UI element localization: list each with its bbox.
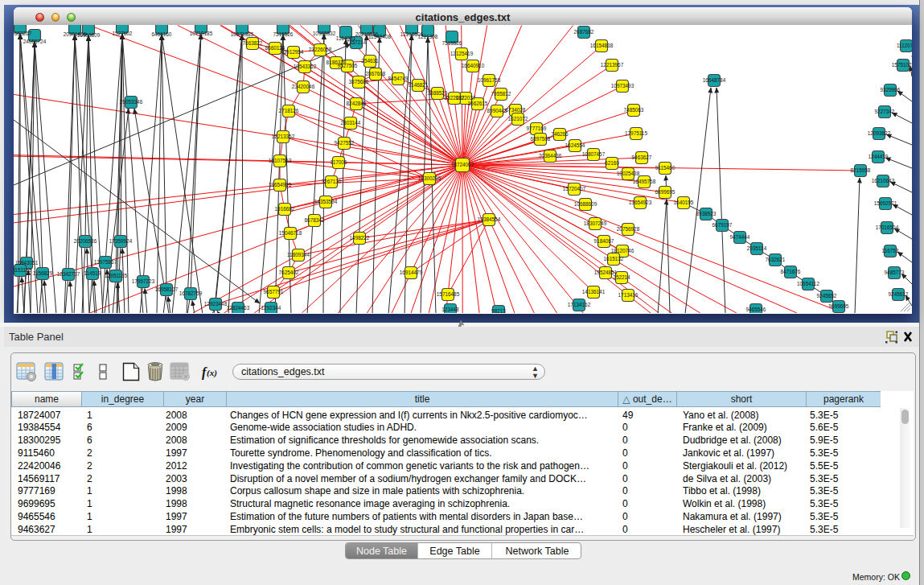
svg-text:1498222: 1498222: [350, 235, 370, 241]
svg-text:10961758: 10961758: [478, 77, 501, 83]
svg-text:12213352: 12213352: [272, 134, 295, 139]
svg-text:7625402: 7625402: [279, 270, 299, 275]
svg-text:15692971: 15692971: [874, 200, 897, 206]
svg-text:13975867: 13975867: [94, 259, 117, 265]
svg-text:8322037: 8322037: [445, 95, 465, 101]
svg-text:1562615: 1562615: [468, 101, 488, 106]
svg-text:16640910: 16640910: [462, 63, 485, 68]
svg-text:254631: 254631: [361, 58, 379, 64]
svg-text:9184067: 9184067: [594, 238, 614, 244]
svg-text:3875685: 3875685: [349, 79, 369, 84]
svg-text:12213967: 12213967: [601, 62, 624, 68]
svg-text:8938923: 8938923: [696, 211, 717, 216]
svg-text:9699695: 9699695: [829, 303, 849, 309]
svg-text:20206536: 20206536: [74, 238, 97, 244]
svg-text:7515526: 7515526: [442, 40, 462, 46]
svg-text:7663822: 7663822: [243, 40, 263, 46]
svg-text:9115460: 9115460: [655, 165, 676, 171]
svg-text:7485063: 7485063: [624, 107, 644, 113]
svg-text:15046718: 15046718: [279, 230, 302, 236]
svg-text:7632621: 7632621: [766, 257, 786, 262]
svg-text:8242848: 8242848: [347, 101, 367, 106]
svg-text:2803144: 2803144: [341, 120, 361, 126]
svg-text:1244419: 1244419: [869, 154, 889, 159]
svg-text:18307249: 18307249: [584, 220, 607, 226]
svg-text:18300295: 18300295: [418, 175, 441, 181]
svg-text:20756928: 20756928: [617, 226, 640, 232]
svg-text:17975115: 17975115: [625, 130, 647, 136]
svg-text:11809344: 11809344: [287, 252, 310, 257]
svg-text:1640195: 1640195: [674, 200, 694, 205]
svg-text:16958107: 16958107: [155, 286, 179, 292]
svg-text:117006: 117006: [331, 159, 347, 165]
svg-text:6899695: 6899695: [655, 189, 676, 195]
svg-text:1624554: 1624554: [565, 142, 585, 148]
svg-text:16107553: 16107553: [269, 158, 292, 163]
svg-text:18120746: 18120746: [611, 248, 634, 253]
svg-text:9777169: 9777169: [527, 126, 547, 131]
svg-text:1527602: 1527602: [113, 31, 133, 36]
svg-text:9657791: 9657791: [264, 289, 284, 295]
svg-text:9227342: 9227342: [875, 109, 895, 114]
svg-text:12824463: 12824463: [227, 305, 250, 311]
svg-text:123448: 123448: [441, 307, 459, 312]
svg-text:3267130: 3267130: [322, 179, 342, 184]
svg-text:116753: 116753: [882, 248, 899, 253]
svg-text:16782759: 16782759: [179, 290, 203, 296]
svg-text:1615132: 1615132: [604, 256, 624, 262]
svg-text:6897508: 6897508: [531, 136, 551, 142]
svg-text:9146821: 9146821: [409, 82, 429, 88]
svg-text:2687682: 2687682: [574, 29, 594, 35]
svg-text:2718126: 2718126: [279, 108, 299, 113]
svg-text:6466160: 6466160: [152, 31, 172, 37]
svg-text:16495758: 16495758: [633, 179, 656, 184]
svg-text:15751074: 15751074: [892, 62, 912, 68]
svg-text:16053809: 16053809: [77, 32, 101, 38]
svg-text:9245612: 9245612: [889, 291, 909, 297]
svg-text:2935114: 2935114: [747, 245, 767, 251]
svg-text:14136141: 14136141: [582, 289, 606, 295]
svg-text:12342737: 12342737: [57, 271, 80, 277]
svg-text:16648784: 16648784: [703, 77, 726, 83]
svg-text:12093822: 12093822: [868, 130, 891, 136]
svg-text:8678342: 8678342: [305, 217, 325, 223]
svg-text:23420046: 23420046: [292, 84, 315, 89]
svg-text:10543362: 10543362: [294, 64, 317, 69]
svg-text:15720407: 15720407: [563, 186, 586, 192]
svg-text:10807457: 10807457: [582, 151, 606, 157]
svg-text:10965532: 10965532: [313, 31, 336, 36]
svg-text:114519: 114519: [84, 270, 101, 276]
svg-text:18724007: 18724007: [451, 162, 474, 167]
svg-text:14353594: 14353594: [314, 199, 338, 204]
svg-text:16914479: 16914479: [400, 270, 423, 275]
svg-text:8990445: 8990445: [487, 108, 507, 113]
svg-text:19384554: 19384554: [478, 216, 501, 222]
svg-text:6679197: 6679197: [713, 222, 733, 228]
svg-text:12125419: 12125419: [450, 51, 474, 56]
svg-text:17134162: 17134162: [568, 302, 591, 307]
svg-text:17016504: 17016504: [876, 225, 899, 230]
svg-text:10973493: 10973493: [611, 83, 634, 89]
svg-text:10553267: 10553267: [14, 31, 32, 36]
svg-text:7515526: 7515526: [273, 31, 294, 37]
svg-text:10688609: 10688609: [574, 201, 598, 207]
svg-text:9465546: 9465546: [746, 307, 766, 312]
svg-text:(x): (x): [207, 368, 217, 378]
svg-text:10654112: 10654112: [797, 281, 819, 286]
svg-text:1621072: 1621072: [508, 116, 528, 122]
svg-text:1221398: 1221398: [418, 34, 438, 39]
svg-text:20364436: 20364436: [539, 153, 562, 159]
svg-text:12951135: 12951135: [105, 273, 127, 278]
svg-text:24055724: 24055724: [23, 39, 47, 44]
svg-text:252214: 252214: [613, 274, 630, 280]
svg-text:9329966: 9329966: [881, 87, 901, 93]
svg-text:6734028: 6734028: [506, 107, 526, 113]
svg-text:10025438: 10025438: [617, 171, 640, 176]
svg-text:9245652: 9245652: [817, 293, 837, 299]
svg-text:746266: 746266: [551, 131, 569, 137]
svg-text:23226058: 23226058: [309, 47, 332, 52]
svg-text:17957223: 17957223: [132, 278, 155, 284]
svg-text:7955812: 7955812: [491, 91, 511, 97]
svg-text:8186328: 8186328: [326, 60, 347, 65]
svg-text:8215958: 8215958: [851, 167, 871, 173]
